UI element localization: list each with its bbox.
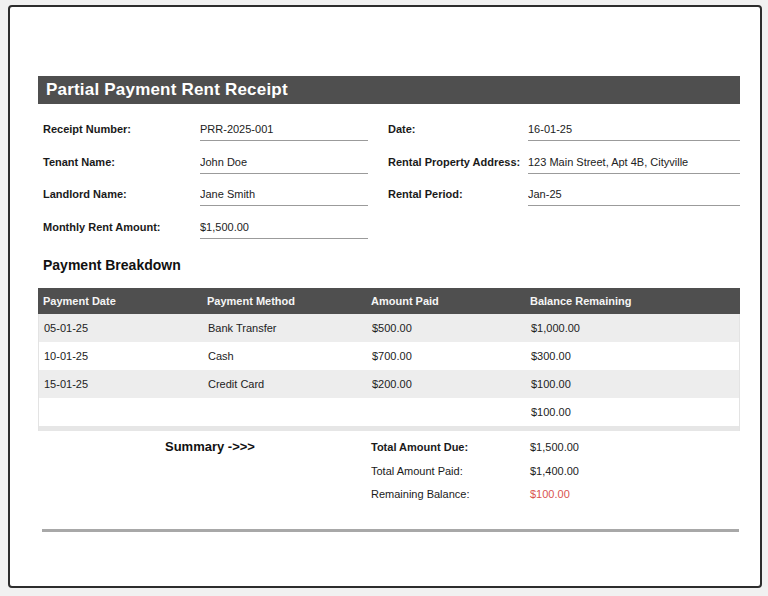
col-header-payment-method: Payment Method — [207, 295, 371, 307]
landlord-name-label: Landlord Name: — [43, 188, 198, 200]
title-bar: Partial Payment Rent Receipt — [38, 76, 740, 104]
payment-table-header: Payment Date Payment Method Amount Paid … — [38, 288, 740, 314]
bottom-divider — [42, 529, 739, 532]
tenant-name-field[interactable]: John Doe — [200, 156, 368, 174]
cell-amount-paid[interactable]: $700.00 — [372, 350, 531, 362]
total-due-label: Total Amount Due: — [371, 441, 526, 453]
property-address-label: Rental Property Address: — [388, 156, 526, 168]
remaining-balance-value: $100.00 — [530, 488, 660, 500]
receipt-page: Partial Payment Rent Receipt Receipt Num… — [0, 0, 768, 596]
payment-breakdown-heading: Payment Breakdown — [43, 257, 181, 273]
landlord-name-field[interactable]: Jane Smith — [200, 188, 368, 206]
col-header-payment-date: Payment Date — [43, 295, 207, 307]
col-header-balance-remaining: Balance Remaining — [530, 295, 740, 307]
rental-period-label: Rental Period: — [388, 188, 526, 200]
cell-amount-paid[interactable]: $200.00 — [372, 378, 531, 390]
cell-payment-method[interactable]: Cash — [208, 350, 372, 362]
summary-heading: Summary ->>> — [165, 439, 255, 454]
table-bottom-strip — [38, 426, 740, 431]
date-label: Date: — [388, 123, 526, 135]
table-row: 05-01-25 Bank Transfer $500.00 $1,000.00 — [38, 314, 740, 342]
cell-balance-remaining[interactable]: $100.00 — [531, 378, 739, 390]
table-row: 10-01-25 Cash $700.00 $300.00 — [38, 342, 740, 370]
remaining-balance-label: Remaining Balance: — [371, 488, 526, 500]
payment-table: Payment Date Payment Method Amount Paid … — [38, 288, 740, 431]
table-row: 15-01-25 Credit Card $200.00 $100.00 — [38, 370, 740, 398]
total-paid-label: Total Amount Paid: — [371, 465, 526, 477]
receipt-number-field[interactable]: PRR-2025-001 — [200, 123, 368, 141]
cell-balance-remaining[interactable]: $300.00 — [531, 350, 739, 362]
date-field[interactable]: 16-01-25 — [528, 123, 740, 141]
cell-payment-date[interactable]: 15-01-25 — [44, 378, 208, 390]
col-header-amount-paid: Amount Paid — [371, 295, 530, 307]
page-title: Partial Payment Rent Receipt — [46, 80, 288, 100]
cell-payment-method[interactable]: Credit Card — [208, 378, 372, 390]
monthly-rent-field[interactable]: $1,500.00 — [200, 221, 368, 239]
total-paid-value: $1,400.00 — [530, 465, 660, 477]
receipt-number-label: Receipt Number: — [43, 123, 198, 135]
monthly-rent-label: Monthly Rent Amount: — [43, 221, 198, 233]
cell-balance-remaining[interactable]: $100.00 — [531, 406, 739, 418]
cell-payment-date[interactable]: 10-01-25 — [44, 350, 208, 362]
total-due-value: $1,500.00 — [530, 441, 660, 453]
cell-payment-method[interactable]: Bank Transfer — [208, 322, 372, 334]
tenant-name-label: Tenant Name: — [43, 156, 198, 168]
cell-payment-date[interactable]: 05-01-25 — [44, 322, 208, 334]
property-address-field[interactable]: 123 Main Street, Apt 4B, Cityville — [528, 156, 740, 174]
table-row: $100.00 — [38, 398, 740, 426]
cell-balance-remaining[interactable]: $1,000.00 — [531, 322, 739, 334]
rental-period-field[interactable]: Jan-25 — [528, 188, 740, 206]
cell-amount-paid[interactable]: $500.00 — [372, 322, 531, 334]
